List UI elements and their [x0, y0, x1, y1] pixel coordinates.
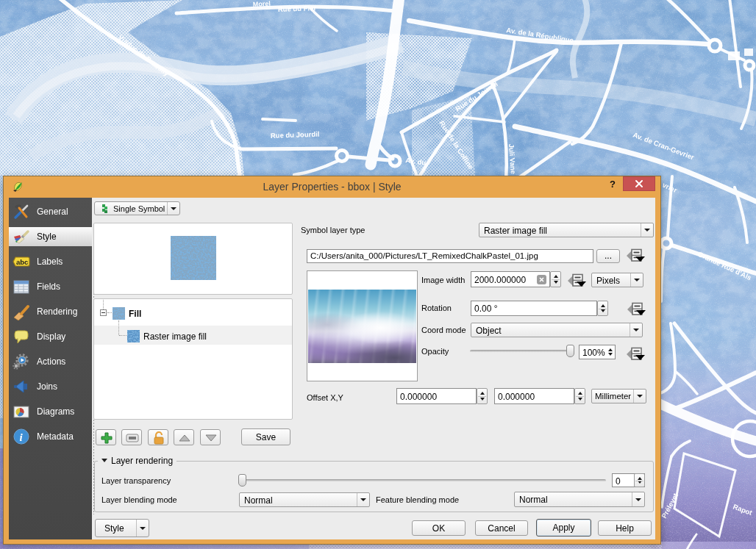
svg-text:abc: abc: [16, 258, 28, 266]
